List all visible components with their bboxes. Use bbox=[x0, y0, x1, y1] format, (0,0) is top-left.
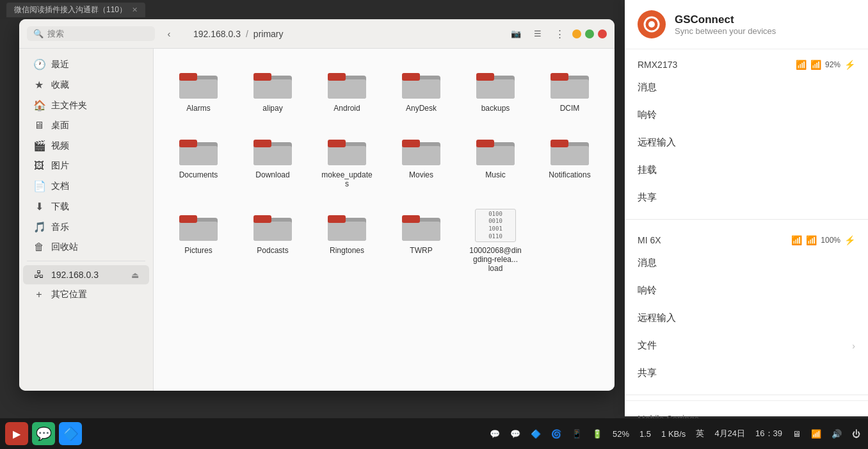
folder-icon-alipay bbox=[252, 67, 293, 100]
taskbar-wechat[interactable]: 💬 bbox=[32, 422, 55, 445]
taskbar-volume-icon: 🔊 bbox=[829, 429, 844, 439]
folder-mokee[interactable]: mokee_updates bbox=[315, 128, 379, 193]
svg-rect-20 bbox=[179, 140, 197, 147]
home-icon: 🏠 bbox=[33, 99, 45, 111]
close-button[interactable] bbox=[598, 29, 607, 38]
breadcrumb: 192.168.0.3 / primary bbox=[183, 29, 502, 39]
sidebar-label-music: 音乐 bbox=[51, 222, 69, 233]
folder-twrp[interactable]: TWRP bbox=[389, 204, 453, 278]
folder-notifications[interactable]: Notifications bbox=[538, 128, 602, 193]
view-toggle-button[interactable]: ☰ bbox=[529, 25, 547, 43]
music-icon: 🎵 bbox=[33, 221, 45, 233]
svg-rect-34 bbox=[551, 146, 589, 165]
taskbar-battery: 🔋 bbox=[590, 429, 605, 439]
gsc-menu-rmx-message[interactable]: 消息 bbox=[625, 74, 868, 101]
svg-rect-23 bbox=[253, 140, 271, 147]
gsconnect-panel: GSConnect Sync between your devices RMX2… bbox=[625, 0, 868, 416]
sidebar-item-trash[interactable]: 🗑 回收站 bbox=[23, 238, 149, 257]
svg-rect-11 bbox=[402, 73, 420, 81]
sidebar-item-videos[interactable]: 🎬 视频 bbox=[23, 136, 149, 156]
app-blue-icon: 🔷 bbox=[63, 426, 79, 441]
tab-close-icon[interactable]: ✕ bbox=[132, 6, 138, 14]
charging-icon-rmx: ⚡ bbox=[844, 60, 855, 70]
gsc-menu-rmx-remote[interactable]: 远程输入 bbox=[625, 129, 868, 156]
taskbar-time: 16：39 bbox=[753, 428, 785, 439]
gsc-device-rmx2173-name: RMX2173 bbox=[638, 60, 677, 70]
folder-anydesk[interactable]: AnyDesk bbox=[389, 61, 453, 118]
more-options-button[interactable]: ⋮ bbox=[551, 25, 568, 43]
taskbar-wifi-icon: 📶 bbox=[808, 429, 824, 439]
folder-backups[interactable]: backups bbox=[463, 61, 527, 118]
sidebar-label-pictures: 图片 bbox=[51, 160, 69, 172]
gsc-menu-mi6x-message-label: 消息 bbox=[638, 257, 657, 269]
gsc-device-rmx2173-header: RMX2173 📶 📶 92% ⚡ bbox=[625, 56, 868, 74]
sidebar-item-home[interactable]: 🏠 主文件夹 bbox=[23, 95, 149, 115]
eject-icon[interactable]: ⏏ bbox=[131, 270, 139, 280]
maximize-button[interactable] bbox=[585, 29, 594, 38]
svg-rect-1 bbox=[179, 79, 218, 99]
file-binary[interactable]: 0100001010010110 10002068@dingding-relea… bbox=[463, 204, 527, 278]
sidebar-item-pictures[interactable]: 🖼 图片 bbox=[23, 156, 149, 176]
sidebar-item-music[interactable]: 🎵 音乐 bbox=[23, 217, 149, 237]
sidebar-item-recent[interactable]: 🕐 最近 bbox=[23, 54, 149, 74]
sidebar-label-home: 主文件夹 bbox=[51, 100, 87, 111]
folder-android[interactable]: Android bbox=[315, 61, 379, 118]
folder-documents[interactable]: Documents bbox=[166, 128, 230, 193]
svg-rect-40 bbox=[253, 222, 292, 241]
fm-search-area[interactable]: 🔍 bbox=[27, 26, 155, 41]
folder-podcasts[interactable]: Podcasts bbox=[241, 204, 305, 278]
gsc-menu-mi6x-remote[interactable]: 远程输入 bbox=[625, 304, 868, 332]
svg-rect-7 bbox=[328, 79, 366, 99]
gsc-menu-rmx-share[interactable]: 共享 bbox=[625, 184, 868, 211]
folder-pictures[interactable]: Pictures bbox=[166, 204, 230, 278]
gsc-menu-rmx-mount[interactable]: 挂载 bbox=[625, 156, 868, 184]
folder-icon-dcim bbox=[549, 67, 590, 100]
documents-icon: 📄 bbox=[33, 180, 45, 192]
gsc-menu-mi6x-share[interactable]: 共享 bbox=[625, 359, 868, 387]
folder-name-music: Music bbox=[485, 170, 505, 179]
sidebar-label-network: 192.168.0.3 bbox=[51, 270, 99, 280]
sidebar-item-other[interactable]: + 其它位置 bbox=[23, 285, 149, 304]
svg-rect-31 bbox=[476, 146, 515, 165]
sidebar-item-downloads[interactable]: ⬇ 下载 bbox=[23, 197, 149, 216]
sidebar-label-other: 其它位置 bbox=[51, 289, 87, 300]
gsc-menu-rmx-ring[interactable]: 响铃 bbox=[625, 101, 868, 129]
gsc-device-mi6x-header: MI 6X 📶 📶 100% ⚡ bbox=[625, 231, 868, 249]
wechat-icon: 💬 bbox=[36, 426, 52, 441]
gsc-device-mi6x-name: MI 6X bbox=[638, 235, 661, 245]
sidebar-item-favorites[interactable]: ★ 收藏 bbox=[23, 75, 149, 95]
gsc-menu-mi6x-ring[interactable]: 响铃 bbox=[625, 277, 868, 304]
folder-name-movies: Movies bbox=[409, 170, 433, 179]
folder-icon-music bbox=[475, 133, 516, 167]
taskbar-vpn-icon: 🌀 bbox=[549, 429, 564, 439]
folder-ringtones[interactable]: Ringtones bbox=[315, 204, 379, 278]
taskbar-lang[interactable]: 英 bbox=[693, 428, 707, 439]
folder-dcim[interactable]: DCIM bbox=[538, 61, 602, 118]
folder-name-mokee: mokee_updates bbox=[320, 170, 374, 188]
gsc-device-mi6x-meta: 📶 📶 100% ⚡ bbox=[791, 235, 855, 245]
folder-name-anydesk: AnyDesk bbox=[406, 104, 437, 113]
folder-alarms[interactable]: Alarms bbox=[166, 61, 230, 118]
taskbar-date: 4月24日 bbox=[712, 428, 748, 439]
gsc-menu-mi6x-message[interactable]: 消息 bbox=[625, 249, 868, 277]
nav-back-button[interactable]: ‹ bbox=[160, 25, 178, 43]
gsc-menu-mi6x-files[interactable]: 文件 › bbox=[625, 332, 868, 359]
taskbar-terminal[interactable]: ▶ bbox=[5, 422, 28, 445]
folder-download[interactable]: Download bbox=[241, 128, 305, 193]
minimize-button[interactable] bbox=[572, 29, 581, 38]
gsc-menu-rmx-remote-label: 远程输入 bbox=[638, 136, 676, 149]
sidebar-label-videos: 视频 bbox=[51, 140, 69, 152]
folder-icon-ringtones bbox=[326, 209, 367, 242]
sidebar-item-network[interactable]: 🖧 192.168.0.3 ⏏ bbox=[23, 265, 149, 284]
folder-alipay[interactable]: alipay bbox=[241, 61, 305, 118]
svg-rect-29 bbox=[402, 140, 420, 147]
sidebar-item-documents[interactable]: 📄 文档 bbox=[23, 176, 149, 196]
taskbar-app-blue[interactable]: 🔷 bbox=[59, 422, 82, 445]
search-input[interactable] bbox=[47, 29, 124, 38]
camera-button[interactable]: 📷 bbox=[507, 25, 525, 43]
top-tab[interactable]: 微信阅读插件接入沟通群（110） ✕ bbox=[6, 3, 145, 17]
sidebar-item-desktop[interactable]: 🖥 桌面 bbox=[23, 116, 149, 135]
folder-movies[interactable]: Movies bbox=[389, 128, 453, 193]
top-tab-label: 微信阅读插件接入沟通群（110） bbox=[14, 4, 127, 15]
folder-music[interactable]: Music bbox=[463, 128, 527, 193]
